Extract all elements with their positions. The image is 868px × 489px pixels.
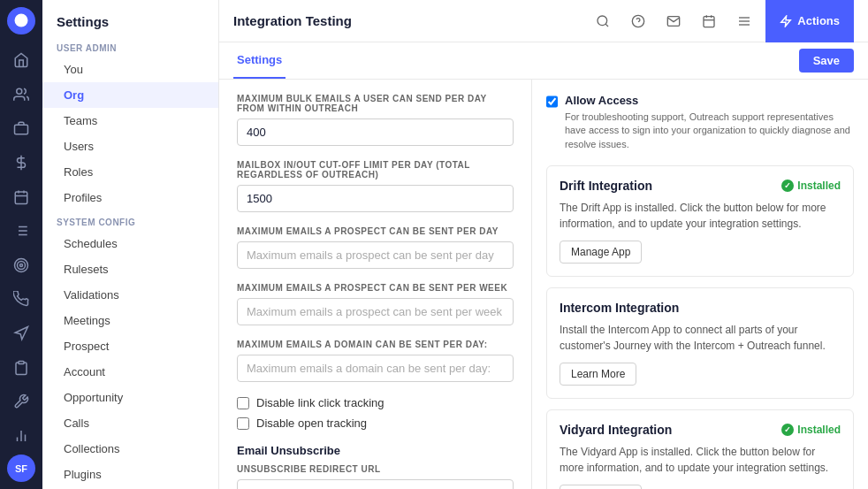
svg-rect-18 [19, 361, 24, 363]
settings-panel: MAXIMUM BULK EMAILS A USER CAN SEND PER … [219, 80, 532, 489]
svg-point-22 [598, 16, 607, 26]
nav-home-icon[interactable] [5, 45, 37, 76]
nav-list-icon[interactable] [5, 216, 37, 247]
sidebar-item-org[interactable]: Org [42, 82, 218, 108]
svg-rect-26 [704, 16, 714, 27]
sidebar-item-opportunity[interactable]: Opportunity [42, 385, 218, 410]
sidebar-item-users[interactable]: Users [42, 134, 218, 159]
nav-briefcase-icon[interactable] [5, 113, 37, 144]
field-unsubscribe-url: UNSUBSCRIBE REDIRECT URL [237, 464, 514, 489]
vidyard-installed-dot: ✓ [781, 424, 794, 436]
sidebar-item-rulesets[interactable]: Rulesets [42, 256, 218, 282]
unsubscribe-url-label: UNSUBSCRIBE REDIRECT URL [237, 464, 514, 474]
mailbox-limit-label: MAILBOX IN/OUT CUT-OFF LIMIT PER DAY (TO… [237, 160, 514, 180]
sidebar-user-admin-label: USER ADMIN [42, 36, 218, 57]
intercom-integration-header: Intercom Integration [560, 301, 841, 315]
checkbox-open-tracking: Disable open tracking [237, 416, 514, 430]
disable-open-tracking-label[interactable]: Disable open tracking [256, 416, 367, 430]
svg-point-16 [20, 264, 23, 266]
sidebar-item-teams[interactable]: Teams [42, 108, 218, 134]
sidebar-system-config-label: SYSTEM CONFIG [42, 210, 218, 231]
icon-bar: SF [0, 0, 42, 489]
search-icon[interactable] [589, 7, 617, 35]
prospect-per-day-input[interactable] [237, 241, 514, 269]
nav-calendar-icon[interactable] [5, 181, 37, 212]
vidyard-integration-description: The Vidyard App is installed. Click the … [560, 444, 841, 476]
sidebar-item-calls[interactable]: Calls [42, 410, 218, 436]
field-prospect-per-day: MAXIMUM EMAILS A PROSPECT CAN BE SENT PE… [237, 226, 514, 269]
nav-tool-icon[interactable] [5, 386, 37, 417]
nav-phone-icon[interactable] [5, 284, 37, 315]
mail-icon[interactable] [659, 7, 688, 35]
vidyard-manage-app-button[interactable]: Manage App [560, 485, 642, 489]
svg-marker-17 [15, 327, 27, 340]
sidebar-item-plugins[interactable]: Plugins [42, 462, 218, 487]
bulk-emails-label: MAXIMUM BULK EMAILS A USER CAN SEND PER … [237, 94, 514, 113]
allow-access-checkbox[interactable] [546, 96, 558, 108]
page-title: Integration Testing [233, 13, 582, 28]
drift-integration-name: Drift Integration [560, 179, 652, 193]
svg-point-15 [18, 261, 26, 269]
actions-button[interactable]: Actions [765, 0, 854, 42]
menu-icon[interactable] [730, 7, 758, 35]
sidebar-item-profiles[interactable]: Profiles [42, 185, 218, 210]
domain-per-day-label: MAXIMUM EMAILS A DOMAIN CAN BE SENT PER … [237, 340, 514, 349]
vidyard-integration-card: Vidyard Integration ✓ Installed The Vidy… [546, 409, 854, 489]
field-prospect-per-week: MAXIMUM EMAILS A PROSPECT CAN BE SENT PE… [237, 283, 514, 325]
bulk-emails-input[interactable] [237, 118, 514, 146]
tab-settings[interactable]: Settings [233, 42, 286, 79]
drift-manage-app-button[interactable]: Manage App [560, 241, 642, 264]
intercom-learn-more-button[interactable]: Learn More [560, 363, 636, 386]
prospect-per-week-input[interactable] [237, 298, 514, 325]
field-bulk-emails: MAXIMUM BULK EMAILS A USER CAN SEND PER … [237, 94, 514, 146]
sidebar-item-meetings[interactable]: Meetings [42, 308, 218, 333]
disable-link-tracking-label[interactable]: Disable link click tracking [256, 396, 385, 409]
sidebar-item-validations[interactable]: Validations [42, 282, 218, 308]
domain-per-day-input[interactable] [237, 355, 514, 382]
svg-line-23 [605, 24, 608, 27]
calendar-icon[interactable] [695, 7, 723, 35]
allow-access-description: For troubleshooting support, Outreach su… [565, 111, 854, 151]
user-avatar[interactable]: SF [7, 455, 35, 482]
email-unsubscribe-title: Email Unsubscribe [237, 444, 514, 457]
field-domain-per-day: MAXIMUM EMAILS A DOMAIN CAN BE SENT PER … [237, 340, 514, 382]
sidebar-item-prospect[interactable]: Prospect [42, 333, 218, 359]
tab-bar: Settings Save [219, 42, 868, 80]
sidebar-item-account[interactable]: Account [42, 359, 218, 385]
nav-clipboard-icon[interactable] [5, 352, 37, 383]
help-icon[interactable] [624, 7, 652, 35]
nav-dollar-icon[interactable] [5, 148, 37, 179]
unsubscribe-url-input[interactable] [237, 479, 514, 489]
disable-open-tracking-checkbox[interactable] [237, 417, 249, 430]
top-header: Integration Testing Actions [219, 0, 868, 42]
save-button[interactable]: Save [799, 49, 854, 73]
app-logo[interactable] [7, 7, 35, 34]
sidebar: Settings USER ADMIN You Org Teams Users … [42, 0, 219, 489]
vidyard-integration-header: Vidyard Integration ✓ Installed [560, 423, 841, 437]
mailbox-limit-input[interactable] [237, 185, 514, 212]
nav-users-icon[interactable] [5, 79, 37, 110]
sidebar-item-roles[interactable]: Roles [42, 159, 218, 185]
drift-installed-badge: ✓ Installed [781, 180, 841, 192]
sidebar-item-you[interactable]: You [42, 57, 218, 82]
checkbox-link-tracking: Disable link click tracking [237, 396, 514, 409]
drift-installed-label: Installed [797, 180, 841, 192]
svg-point-1 [17, 88, 22, 94]
sidebar-item-collections[interactable]: Collections [42, 436, 218, 462]
nav-navigation-icon[interactable] [5, 318, 37, 349]
content-area: MAXIMUM BULK EMAILS A USER CAN SEND PER … [219, 80, 868, 489]
sidebar-title: Settings [42, 0, 218, 36]
svg-marker-33 [781, 16, 791, 27]
disable-link-tracking-checkbox[interactable] [237, 397, 249, 409]
drift-integration-header: Drift Integration ✓ Installed [560, 179, 841, 193]
nav-target-icon[interactable] [5, 250, 37, 281]
svg-point-0 [15, 14, 28, 27]
drift-installed-dot: ✓ [781, 180, 794, 192]
allow-access-row: Allow Access For troubleshooting support… [546, 94, 854, 151]
allow-access-label: Allow Access [565, 94, 854, 107]
intercom-integration-card: Intercom Integration Install the Interco… [546, 287, 854, 399]
nav-chart-icon[interactable] [5, 421, 37, 452]
svg-rect-4 [15, 192, 27, 204]
vidyard-installed-label: Installed [797, 424, 841, 436]
sidebar-item-schedules[interactable]: Schedules [42, 231, 218, 256]
